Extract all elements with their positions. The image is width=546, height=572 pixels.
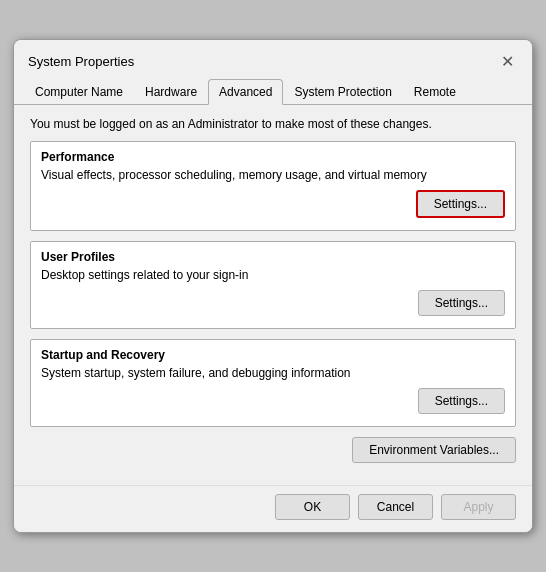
close-button[interactable]: ✕ — [496, 50, 518, 72]
startup-recovery-description: System startup, system failure, and debu… — [41, 366, 505, 380]
cancel-button[interactable]: Cancel — [358, 494, 433, 520]
performance-label: Performance — [41, 150, 505, 164]
ok-button[interactable]: OK — [275, 494, 350, 520]
startup-recovery-settings-button[interactable]: Settings... — [418, 388, 505, 414]
environment-variables-row: Environment Variables... — [30, 437, 516, 463]
performance-section: Performance Visual effects, processor sc… — [30, 141, 516, 231]
startup-recovery-label: Startup and Recovery — [41, 348, 505, 362]
tab-computer-name[interactable]: Computer Name — [24, 79, 134, 105]
user-profiles-description: Desktop settings related to your sign-in — [41, 268, 505, 282]
user-profiles-section: User Profiles Desktop settings related t… — [30, 241, 516, 329]
tab-remote[interactable]: Remote — [403, 79, 467, 105]
system-properties-dialog: System Properties ✕ Computer Name Hardwa… — [13, 39, 533, 533]
user-profiles-label: User Profiles — [41, 250, 505, 264]
title-bar: System Properties ✕ — [14, 40, 532, 72]
tab-advanced[interactable]: Advanced — [208, 79, 283, 105]
tab-content: You must be logged on as an Administrato… — [14, 105, 532, 485]
admin-info-text: You must be logged on as an Administrato… — [30, 117, 516, 131]
performance-settings-button[interactable]: Settings... — [416, 190, 505, 218]
apply-button[interactable]: Apply — [441, 494, 516, 520]
tab-hardware[interactable]: Hardware — [134, 79, 208, 105]
startup-recovery-section: Startup and Recovery System startup, sys… — [30, 339, 516, 427]
tab-bar: Computer Name Hardware Advanced System P… — [14, 72, 532, 105]
environment-variables-button[interactable]: Environment Variables... — [352, 437, 516, 463]
user-profiles-settings-button[interactable]: Settings... — [418, 290, 505, 316]
dialog-title: System Properties — [28, 54, 134, 69]
dialog-footer: OK Cancel Apply — [14, 485, 532, 532]
performance-description: Visual effects, processor scheduling, me… — [41, 168, 505, 182]
tab-system-protection[interactable]: System Protection — [283, 79, 402, 105]
